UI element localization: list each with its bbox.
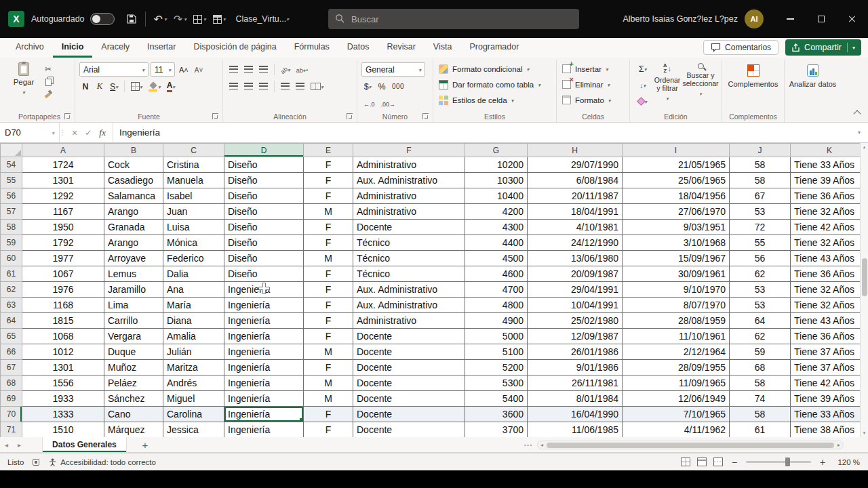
- autosum-button[interactable]: Σ: [634, 62, 651, 76]
- cell-E58[interactable]: F: [304, 220, 353, 235]
- comma-style-icon[interactable]: 000: [390, 79, 406, 94]
- cell-C68[interactable]: Andrés: [163, 375, 224, 391]
- cell-G62[interactable]: 4700: [465, 282, 528, 298]
- cell-C56[interactable]: Isabel: [163, 188, 224, 204]
- cell-K70[interactable]: Tiene 33 Años: [791, 407, 868, 422]
- currency-format-icon[interactable]: $: [361, 79, 374, 94]
- column-header-G[interactable]: G: [465, 144, 528, 157]
- cell-G57[interactable]: 4200: [465, 204, 528, 220]
- cell-K68[interactable]: Tiene 42 Años: [791, 375, 868, 391]
- cell-F54[interactable]: Administrativo: [353, 157, 465, 173]
- cell-K60[interactable]: Tiene 43 Años: [791, 251, 868, 266]
- cell-J66[interactable]: 59: [730, 344, 791, 360]
- cell-I68[interactable]: 11/09/1965: [623, 375, 730, 391]
- cell-B58[interactable]: Granada: [104, 220, 163, 235]
- cell-G66[interactable]: 5100: [465, 344, 528, 360]
- search-input[interactable]: [350, 14, 572, 25]
- cell-I55[interactable]: 25/06/1965: [623, 173, 730, 188]
- cell-D56[interactable]: Diseño: [224, 188, 304, 204]
- cell-F65[interactable]: Docente: [353, 329, 465, 344]
- maximize-button[interactable]: [806, 0, 837, 38]
- cell-B61[interactable]: Lemus: [104, 266, 163, 282]
- cell-G71[interactable]: 3700: [465, 422, 528, 438]
- page-break-view-icon[interactable]: [713, 458, 723, 466]
- file-name-chevron-icon[interactable]: [286, 14, 289, 24]
- delete-cells-button[interactable]: Eliminar: [561, 77, 625, 92]
- tab-vista[interactable]: Vista: [425, 39, 461, 58]
- decrease-font-icon[interactable]: [193, 62, 205, 77]
- cell-H55[interactable]: 6/08/1984: [528, 173, 623, 188]
- cell-I69[interactable]: 12/06/1949: [623, 391, 730, 407]
- cell-C55[interactable]: Manuela: [163, 173, 224, 188]
- cell-D69[interactable]: Ingeniería: [224, 391, 304, 407]
- cell-H58[interactable]: 4/10/1981: [528, 220, 623, 235]
- portapapeles-dialog-launcher-icon[interactable]: [64, 113, 71, 119]
- cell-I54[interactable]: 21/05/1965: [623, 157, 730, 173]
- cell-B69[interactable]: Sánchez: [104, 391, 163, 407]
- row-header-68[interactable]: 68: [1, 375, 22, 391]
- cell-K61[interactable]: Tiene 36 Años: [791, 266, 868, 282]
- align-bottom-icon[interactable]: [257, 62, 270, 77]
- cell-F58[interactable]: Docente: [353, 220, 465, 235]
- user-name[interactable]: Alberto Isaias Gonz?lez L?pez: [623, 14, 738, 24]
- zoom-slider[interactable]: [746, 461, 811, 463]
- comments-button[interactable]: Comentarios: [703, 40, 778, 55]
- cell-J59[interactable]: 55: [730, 235, 791, 251]
- cell-E69[interactable]: M: [304, 391, 353, 407]
- formula-bar-expand-icon[interactable]: [850, 123, 868, 142]
- cell-F56[interactable]: Administrativo: [353, 188, 465, 204]
- tab-revisar[interactable]: Revisar: [378, 39, 424, 58]
- cell-H62[interactable]: 29/04/1991: [528, 282, 623, 298]
- cell-I63[interactable]: 8/07/1970: [623, 298, 730, 313]
- column-header-I[interactable]: I: [623, 144, 730, 157]
- cell-K59[interactable]: Tiene 32 Años: [791, 235, 868, 251]
- cell-G64[interactable]: 4900: [465, 313, 528, 329]
- column-header-F[interactable]: F: [353, 144, 465, 157]
- cell-J60[interactable]: 56: [730, 251, 791, 266]
- excel-logo-icon[interactable]: [8, 11, 24, 27]
- cell-F69[interactable]: Docente: [353, 391, 465, 407]
- cell-I57[interactable]: 27/06/1970: [623, 204, 730, 220]
- quick-access-borders-icon[interactable]: [210, 14, 229, 24]
- cell-D71[interactable]: Ingeniería: [224, 422, 304, 438]
- cell-B64[interactable]: Carrillo: [104, 313, 163, 329]
- clear-icon[interactable]: [634, 94, 651, 108]
- row-header-59[interactable]: 59: [1, 235, 22, 251]
- cell-E59[interactable]: F: [304, 235, 353, 251]
- cell-I70[interactable]: 7/10/1965: [623, 407, 730, 422]
- sheet-tab-datos-generales[interactable]: Datos Generales: [42, 437, 127, 452]
- cell-H69[interactable]: 8/01/1984: [528, 391, 623, 407]
- cell-G59[interactable]: 4400: [465, 235, 528, 251]
- formula-bar-handle[interactable]: [60, 123, 65, 142]
- cell-C63[interactable]: María: [163, 298, 224, 313]
- sheet-nav-right-icon[interactable]: [13, 441, 26, 449]
- cell-A64[interactable]: 1815: [22, 313, 104, 329]
- quick-access-table-icon[interactable]: [190, 14, 210, 24]
- cell-E62[interactable]: F: [304, 282, 353, 298]
- cell-A70[interactable]: 1333: [22, 407, 104, 422]
- cell-E71[interactable]: F: [304, 422, 353, 438]
- cell-G69[interactable]: 5400: [465, 391, 528, 407]
- cell-C70[interactable]: Carolina: [163, 407, 224, 422]
- row-header-66[interactable]: 66: [1, 344, 22, 360]
- cell-E60[interactable]: M: [304, 251, 353, 266]
- format-painter-icon[interactable]: [45, 89, 53, 98]
- bold-button[interactable]: N: [79, 79, 92, 94]
- cell-C62[interactable]: Ana: [163, 282, 224, 298]
- cell-F60[interactable]: Técnico: [353, 251, 465, 266]
- cell-K58[interactable]: Tiene 42 Años: [791, 220, 868, 235]
- cell-J69[interactable]: 74: [730, 391, 791, 407]
- cell-A69[interactable]: 1933: [22, 391, 104, 407]
- cell-C61[interactable]: Dalia: [163, 266, 224, 282]
- cell-G70[interactable]: 3600: [465, 407, 528, 422]
- numero-dialog-launcher-icon[interactable]: [422, 113, 429, 119]
- cell-I62[interactable]: 9/10/1970: [623, 282, 730, 298]
- cell-C60[interactable]: Federico: [163, 251, 224, 266]
- fill-down-icon[interactable]: [634, 78, 651, 92]
- cell-J58[interactable]: 72: [730, 220, 791, 235]
- cell-K64[interactable]: Tiene 43 Años: [791, 313, 868, 329]
- sheet-nav-left-icon[interactable]: [0, 441, 13, 449]
- cell-A67[interactable]: 1301: [22, 360, 104, 375]
- align-top-icon[interactable]: [227, 62, 240, 77]
- cell-J67[interactable]: 68: [730, 360, 791, 375]
